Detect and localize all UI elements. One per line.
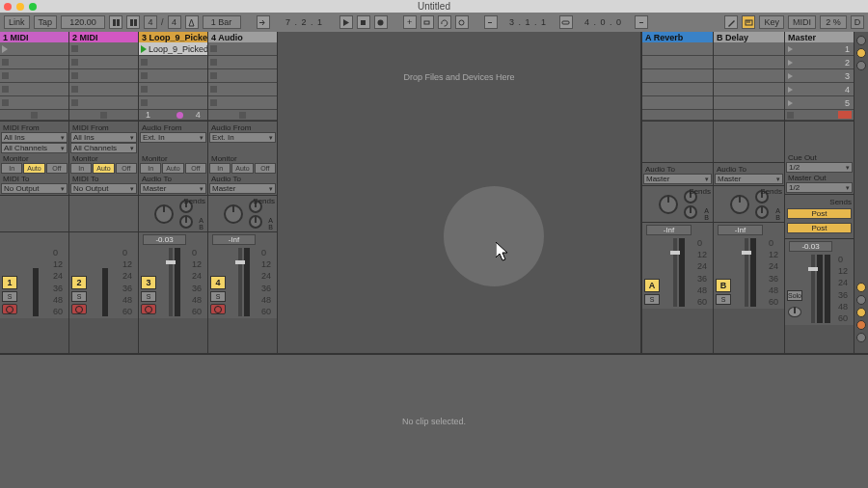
peak-level[interactable]: -Inf [212,234,256,245]
output-dropdown[interactable]: Master [643,174,712,184]
tempo-nudge-down[interactable] [109,15,122,29]
slot-stop-icon[interactable] [2,72,9,79]
send-b-knob[interactable] [755,205,769,219]
return-title[interactable]: A Reverb [642,32,713,42]
slot-stop-icon[interactable] [71,72,78,79]
clip-slot[interactable] [69,56,138,69]
solo-button[interactable]: S [2,291,17,302]
monitor-toggle[interactable]: InAutoOff [140,163,206,174]
solo-button[interactable]: S [716,294,731,305]
key-map-toggle[interactable]: Key [759,15,784,29]
clip-slot[interactable] [208,69,277,83]
scene-play-icon[interactable] [788,73,793,79]
scene-play-icon[interactable] [788,100,793,106]
monitor-toggle[interactable]: InAutoOff [1,163,68,174]
slot-stop-icon[interactable] [210,86,217,93]
slot-stop-icon[interactable] [141,72,148,79]
clip-play-icon[interactable] [141,45,147,53]
play-button[interactable] [339,15,353,29]
sig-denominator[interactable]: 4 [168,15,181,29]
track-activator[interactable]: A [644,279,660,292]
automation-arm[interactable] [420,15,434,29]
monitor-in[interactable]: In [140,163,161,174]
clip-slot[interactable] [0,83,68,96]
overdub-icon[interactable]: + [403,15,417,29]
peak-level[interactable]: -0.03 [143,234,186,245]
scene-launch[interactable]: 3 [785,69,854,83]
track-activator[interactable]: 3 [141,276,156,289]
solo-button[interactable]: Solo [787,290,802,301]
track-title[interactable]: 1 MIDI [0,32,68,42]
loop-length[interactable]: 4 . 0 . 0 [577,15,631,29]
solo-button[interactable]: S [644,294,660,305]
slot-stop-icon[interactable] [141,99,148,106]
slot-stop-icon[interactable] [210,45,217,52]
slot-stop-icon[interactable] [210,72,217,79]
scene-play-icon[interactable] [788,46,793,52]
clip-slot[interactable] [208,56,277,69]
track-activator[interactable]: B [716,279,731,292]
metronome-icon[interactable] [185,15,199,29]
monitor-auto[interactable]: Auto [23,163,44,174]
volume-fader[interactable] [238,248,242,316]
solo-button[interactable]: S [141,291,156,302]
input-type-dropdown[interactable]: Ext. In [140,132,206,143]
sig-numerator[interactable]: 4 [144,15,157,29]
output-dropdown[interactable]: Master [140,183,206,194]
slot-stop-icon[interactable] [2,99,9,106]
volume-fader[interactable] [169,248,173,316]
loop-start-marker[interactable] [484,15,498,29]
monitor-in[interactable]: In [209,163,231,174]
slot-stop-icon[interactable] [210,99,217,106]
close-window-icon[interactable] [4,3,12,11]
cue-out-dropdown[interactable]: 1/2 [786,162,853,173]
monitor-toggle[interactable]: InAutoOff [209,163,276,174]
pan-knob[interactable] [659,195,678,214]
monitor-toggle[interactable]: InAutoOff [70,163,137,174]
monitor-off[interactable]: Off [255,163,276,174]
drop-area[interactable]: Drop Files and Devices Here [278,32,640,353]
arm-button[interactable] [141,304,156,314]
overload-indicator[interactable]: D [851,15,864,29]
output-dropdown[interactable]: Master [715,174,783,184]
clip-slot[interactable] [139,96,207,110]
slot-stop-icon[interactable] [141,86,148,93]
slot-stop-icon[interactable] [71,45,78,52]
send-b-knob[interactable] [684,205,697,219]
volume-fader[interactable] [811,255,815,323]
follow-icon[interactable] [257,15,270,29]
clip-slot[interactable] [208,96,277,110]
punch-out-marker[interactable] [635,15,648,29]
pan-knob[interactable] [730,195,749,214]
track-activator[interactable]: 2 [71,276,87,289]
performance-toggle[interactable] [856,320,866,330]
monitor-in[interactable]: In [1,163,22,174]
returns-section-toggle[interactable] [856,61,866,70]
zoom-window-icon[interactable] [29,3,37,11]
clip-slot[interactable] [0,56,68,69]
track-delay-toggle[interactable] [856,295,866,305]
stop-button[interactable] [357,15,370,29]
input-channel-dropdown[interactable]: All Channels [1,143,68,153]
monitor-auto[interactable]: Auto [231,163,253,174]
cue-volume-knob[interactable] [788,307,801,317]
tap-tempo[interactable]: Tap [34,15,58,29]
link-toggle[interactable]: Link [4,15,30,29]
extra-toggle[interactable] [856,333,866,342]
solo-button[interactable]: S [71,291,87,302]
peak-level[interactable]: -Inf [646,225,692,235]
clip-slot[interactable] [69,83,138,96]
master-out-dropdown[interactable]: 1/2 [786,182,853,193]
volume-fader[interactable] [673,238,677,307]
global-quantize[interactable]: 1 Bar [203,15,241,29]
arm-button[interactable] [71,304,87,314]
mixer-section-toggle[interactable] [856,283,866,292]
scene-play-icon[interactable] [788,87,793,93]
minimize-window-icon[interactable] [16,3,24,11]
monitor-off[interactable]: Off [46,163,68,174]
volume-fader[interactable] [745,238,748,307]
clip-slot[interactable] [0,69,68,83]
clip-slot[interactable] [69,96,138,110]
loop-toggle[interactable] [559,15,573,29]
slot-stop-icon[interactable] [141,59,148,66]
